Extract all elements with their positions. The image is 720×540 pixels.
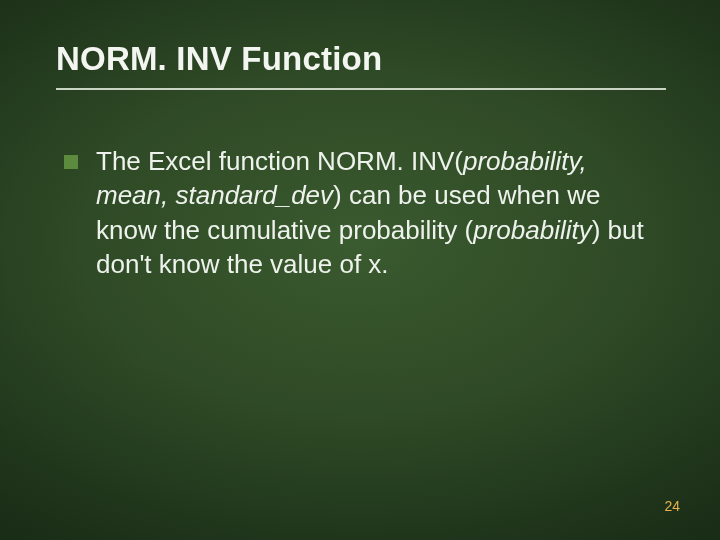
text-seg-1: The Excel function NORM. INV( xyxy=(96,146,463,176)
text-arg-2: probability xyxy=(473,215,592,245)
title-underline xyxy=(56,88,666,90)
slide-title: NORM. INV Function xyxy=(56,40,664,78)
page-number: 24 xyxy=(664,498,680,514)
square-bullet-icon xyxy=(64,155,78,169)
bullet-text: The Excel function NORM. INV(probability… xyxy=(96,144,656,281)
bullet-row: The Excel function NORM. INV(probability… xyxy=(56,144,664,281)
slide: NORM. INV Function The Excel function NO… xyxy=(0,0,720,540)
